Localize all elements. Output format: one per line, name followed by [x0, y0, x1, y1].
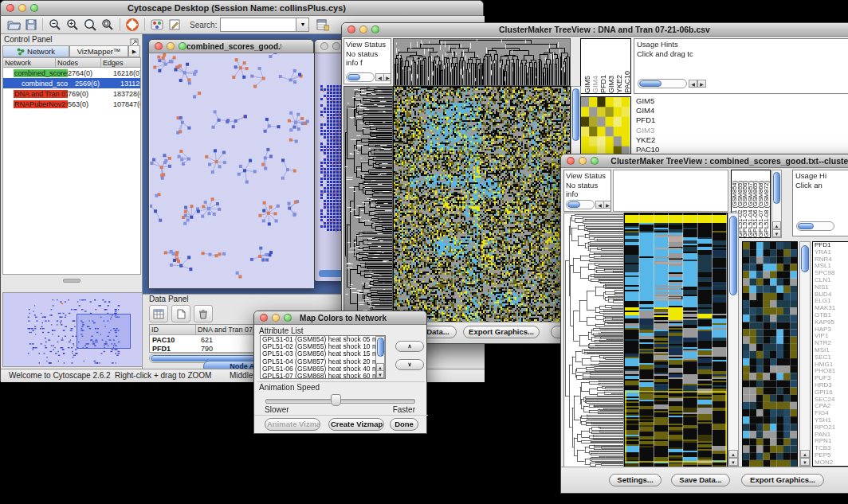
tv2-column-label[interactable]: GPL51-08 (GSM872) — [764, 181, 770, 237]
col-header-edges[interactable]: Edges — [101, 58, 140, 67]
scroll-right-icon[interactable]: ▶ — [383, 73, 391, 81]
gene-label[interactable]: GIM3 — [634, 126, 690, 135]
attribute-select-icon[interactable] — [149, 305, 168, 322]
close-button[interactable] — [347, 25, 355, 33]
attribute-list-item[interactable]: GPL51-02 (GSM855) heat shock 10 min — [261, 343, 385, 350]
tv1-column-dendrogram[interactable] — [393, 38, 571, 86]
tv1-zoom-heatmap[interactable] — [581, 97, 630, 156]
network-table-row[interactable]: combined_sco 2569(6) 13112(15) — [3, 78, 140, 88]
close-button[interactable] — [567, 157, 575, 165]
search-dropdown-arrow[interactable]: ▼ — [296, 18, 309, 32]
scroll-right-icon[interactable]: ▶ — [603, 201, 611, 209]
animate-vizmap-button[interactable]: Animate Vizmap — [265, 418, 320, 431]
move-up-button[interactable]: ∧ — [395, 341, 424, 352]
scroll-down-icon[interactable]: ▼ — [800, 458, 810, 466]
scrollbar-thumb[interactable] — [567, 201, 580, 208]
zoom-button[interactable] — [591, 157, 599, 165]
list-vscrollbar[interactable]: ▲ ▼ — [375, 336, 385, 378]
minimize-button[interactable] — [167, 42, 175, 50]
tv1-column-label[interactable]: YKE2 — [615, 75, 623, 93]
new-attribute-icon[interactable] — [171, 305, 190, 322]
scrollbar-thumb[interactable] — [729, 216, 737, 295]
zoom-button[interactable] — [179, 42, 186, 50]
tv1-export-graphics-button[interactable]: Export Graphics... — [463, 326, 540, 338]
vizmapper-icon[interactable] — [148, 17, 166, 33]
scrollbar-thumb[interactable] — [572, 88, 579, 141]
close-button[interactable] — [260, 314, 268, 322]
window-controls[interactable] — [1, 4, 38, 12]
scroll-up-icon[interactable]: ▲ — [800, 450, 810, 458]
tv1-column-label[interactable]: GIM3 — [607, 76, 615, 93]
tv2-save-data-button[interactable]: Save Data... — [671, 474, 730, 486]
tv2-vscrollbar[interactable]: ▲ ▼ — [728, 213, 739, 467]
help-lifering-icon[interactable] — [124, 17, 141, 33]
minimize-button[interactable] — [579, 157, 587, 165]
minimize-button[interactable] — [359, 25, 367, 33]
zoom-button[interactable] — [371, 25, 379, 33]
col-header-nodes[interactable]: Nodes — [56, 58, 101, 67]
attr-col-id[interactable]: ID — [150, 325, 196, 334]
attribute-list-item[interactable]: GPL51-01 (GSM854) heat shock 05 min — [261, 336, 385, 343]
gene-label[interactable]: MON2 — [813, 459, 848, 467]
tv1-row-dendrogram[interactable] — [344, 86, 393, 325]
tv2-status-hscrollbar[interactable] — [566, 200, 595, 209]
move-down-button[interactable]: ∨ — [395, 359, 424, 370]
speed-slider-thumb[interactable] — [331, 394, 341, 406]
minimize-button[interactable] — [272, 314, 280, 322]
tv2-settings-button[interactable]: Settings... — [609, 474, 662, 486]
close-button[interactable] — [320, 42, 328, 50]
attribute-list-item[interactable]: GPL51-04 (GSM857) heat shock 20 min — [261, 358, 385, 365]
minimize-button[interactable] — [332, 42, 340, 50]
scroll-up-icon[interactable]: ▲ — [772, 221, 781, 229]
scroll-up-icon[interactable]: ▲ — [728, 450, 738, 458]
splitter-handle[interactable] — [2, 278, 141, 283]
close-button[interactable] — [6, 4, 14, 12]
scroll-left-icon[interactable]: ◀ — [689, 80, 697, 88]
scroll-down-icon[interactable]: ▼ — [772, 229, 781, 237]
done-button[interactable]: Done — [390, 418, 418, 431]
tv1-usage-hscrollbar[interactable] — [638, 79, 687, 88]
tv1-status-hscrollbar[interactable] — [346, 72, 375, 82]
scrollbar-thumb[interactable] — [773, 172, 780, 204]
tab-network[interactable]: Network — [2, 45, 69, 57]
delete-attribute-trash-icon[interactable] — [194, 305, 213, 322]
tv2-labels-vscrollbar[interactable]: ▲ ▼ — [771, 170, 782, 238]
create-vizmap-button[interactable]: Create Vizmap — [328, 418, 384, 431]
gene-label[interactable]: GIM4 — [634, 106, 690, 115]
network1-canvas[interactable] — [150, 53, 314, 288]
zoom-out-icon[interactable] — [46, 17, 64, 33]
close-button[interactable] — [155, 42, 163, 50]
open-session-button[interactable] — [5, 17, 23, 33]
gene-label[interactable]: PFD1 — [634, 115, 690, 125]
zoom-selected-icon[interactable] — [81, 17, 99, 33]
tab-overflow-arrow[interactable]: ▶ — [128, 45, 140, 57]
gene-label[interactable]: YKE2 — [634, 135, 690, 145]
attribute-list-item[interactable]: GPL51-03 (GSM856) heat shock 15 min — [261, 350, 385, 357]
tv2-export-graphics-button[interactable]: Export Graphics... — [741, 474, 824, 486]
tab-vizmapper[interactable]: VizMapper™ — [69, 45, 128, 57]
tv1-column-label[interactable]: GIM5 — [583, 76, 591, 93]
tv2-genes-vscrollbar[interactable]: ▲ ▼ — [799, 241, 811, 467]
search-input[interactable] — [220, 18, 296, 32]
zoom-button[interactable] — [30, 4, 38, 12]
scrollbar-thumb[interactable] — [801, 245, 809, 272]
tv2-row-dendrogram[interactable] — [563, 213, 624, 468]
tv1-column-label[interactable]: PFD1 — [599, 75, 607, 93]
gene-label[interactable]: GIM5 — [634, 96, 690, 106]
scrollbar-thumb[interactable] — [347, 74, 360, 80]
network-table-row[interactable]: combined_scores 2764(0) 16218(0) — [3, 68, 140, 78]
tv2-column-dendrogram-area[interactable] — [613, 170, 728, 212]
network-overview-canvas[interactable] — [2, 292, 143, 367]
zoom-in-icon[interactable] — [64, 17, 81, 33]
col-header-network[interactable]: Network — [3, 58, 56, 67]
scroll-down-icon[interactable]: ▼ — [376, 370, 384, 378]
scrollbar-thumb[interactable] — [377, 338, 384, 357]
tv2-zoom-heatmap[interactable] — [742, 241, 798, 468]
scroll-down-icon[interactable]: ▼ — [728, 458, 738, 466]
scrollbar-thumb[interactable] — [639, 80, 662, 87]
tv2-heatmap-canvas[interactable] — [624, 213, 728, 468]
scrollbar-thumb[interactable] — [798, 223, 814, 229]
attribute-list-item[interactable]: GPL51-07 (GSM868) heat shock 60 min — [261, 373, 385, 379]
zoom-fit-icon[interactable] — [99, 17, 116, 33]
network-table-row[interactable]: RNAPuberNov2+ 563(0) 107847(0) — [3, 99, 140, 109]
